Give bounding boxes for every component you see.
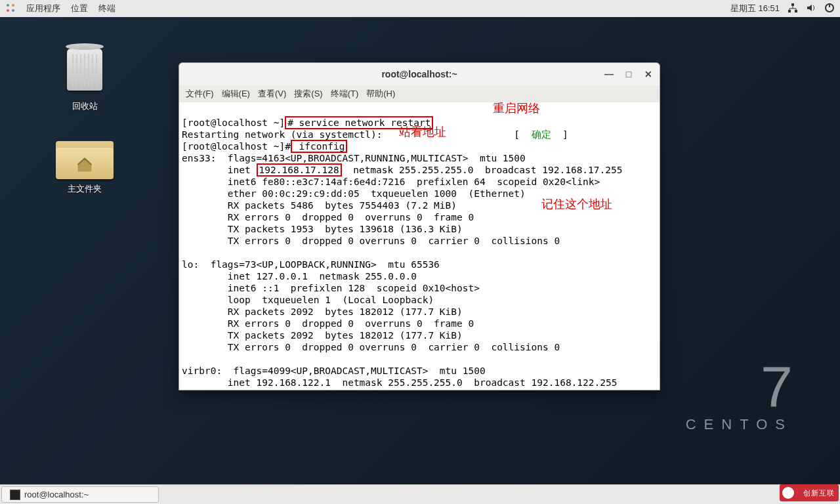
menu-edit[interactable]: 编辑(E)	[219, 87, 253, 101]
trash-label: 回收站	[72, 100, 98, 112]
output-text: loop txqueuelen 1 (Local Loopback)	[182, 295, 434, 305]
centos-brand: 7 CENTOS	[686, 358, 793, 433]
minimize-button[interactable]: —	[602, 67, 616, 81]
terminal-window: root@localhost:~ — □ ✕ 文件(F) 编辑(E) 查看(V)…	[178, 62, 660, 390]
cmd-ifconfig-box: ifconfig	[291, 140, 348, 153]
output-text: ether 00:0c:29:c9:dd:05 txqueuelen 1000 …	[182, 188, 526, 199]
annotation-restart: 重启网络	[493, 102, 540, 114]
output-text: inet	[182, 165, 257, 175]
desktop-icons: 回收站 主文件夹	[56, 43, 114, 195]
menu-places[interactable]: 位置	[71, 3, 88, 14]
svg-point-3	[12, 9, 14, 12]
home-glyph-icon	[75, 156, 94, 174]
output-text: netmask 255.255.255.0 broadcast 192.168.…	[342, 165, 623, 175]
taskbar: root@localhost:~	[0, 484, 840, 504]
home-folder-icon[interactable]: 主文件夹	[56, 135, 114, 195]
terminal-body[interactable]: [root@localhost ~]# service network rest…	[179, 102, 660, 390]
output-text: TX errors 0 dropped 0 overruns 0 carrier…	[182, 236, 560, 246]
volume-icon[interactable]	[806, 3, 816, 15]
svg-point-2	[7, 9, 9, 12]
taskbar-item-label: root@localhost:~	[24, 490, 89, 499]
terminal-task-icon	[10, 490, 20, 500]
svg-rect-4	[788, 10, 791, 12]
terminal-title: root@localhost:~	[381, 69, 457, 79]
output-text: ens33: flags=4163<UP,BROADCAST,RUNNING,M…	[182, 153, 526, 163]
clock[interactable]: 星期五 16:51	[730, 3, 780, 14]
annotation-viewaddr: 站看地址	[399, 126, 446, 138]
output-text: inet6 fe80::e3c7:14af:6e4d:7216 prefixle…	[182, 177, 600, 187]
menu-view[interactable]: 查看(V)	[255, 87, 289, 101]
svg-rect-6	[791, 3, 794, 6]
output-text: Restarting network (via systemctl):	[182, 129, 383, 140]
output-text: ether 52:54:00:f0:3d:6d txqueuelen 1000 …	[182, 389, 526, 390]
prompt-text: [root@localhost ~]	[182, 117, 285, 128]
output-text: inet 192.168.122.1 netmask 255.255.255.0…	[182, 377, 617, 388]
menu-file[interactable]: 文件(F)	[183, 87, 217, 101]
terminal-titlebar[interactable]: root@localhost:~ — □ ✕	[179, 63, 660, 85]
close-button[interactable]: ✕	[641, 67, 656, 81]
output-text: RX packets 5486 bytes 7554403 (7.2 MiB)	[182, 200, 457, 211]
output-text: virbr0: flags=4099<UP,BROADCAST,MULTICAS…	[182, 366, 486, 376]
prompt-text: [root@localhost ~]#	[182, 141, 291, 152]
output-text: RX packets 2092 bytes 182012 (177.7 KiB)	[182, 306, 463, 317]
annotation-remember: 记住这个地址	[541, 198, 612, 210]
output-text: TX errors 0 dropped 0 overruns 0 carrier…	[182, 342, 560, 352]
top-panel: 应用程序 位置 终端 星期五 16:51	[0, 0, 840, 17]
maximize-button[interactable]: □	[621, 67, 636, 81]
watermark-badge: 创新互联	[780, 484, 839, 501]
taskbar-item-terminal[interactable]: root@localhost:~	[1, 486, 159, 503]
output-text: inet6 ::1 prefixlen 128 scopeid 0x10<hos…	[182, 283, 480, 293]
menu-term[interactable]: 终端(T)	[328, 87, 362, 101]
output-text: lo: flags=73<UP,LOOPBACK,RUNNING> mtu 65…	[182, 259, 440, 270]
watermark-text: 创新互联	[803, 488, 835, 498]
output-text: TX packets 1953 bytes 139618 (136.3 KiB)	[182, 224, 463, 234]
output-text: inet 127.0.0.1 netmask 255.0.0.0	[182, 271, 417, 282]
ip-box: 192.168.17.128	[257, 163, 342, 177]
centos-name: CENTOS	[686, 416, 793, 433]
ok-text: 确定	[532, 129, 551, 140]
menu-help[interactable]: 帮助(H)	[364, 87, 398, 101]
terminal-menubar: 文件(F) 编辑(E) 查看(V) 搜索(S) 终端(T) 帮助(H)	[179, 85, 660, 102]
menu-apps[interactable]: 应用程序	[26, 3, 60, 14]
centos-version: 7	[686, 358, 793, 416]
svg-rect-5	[795, 10, 797, 12]
output-text: RX errors 0 dropped 0 overruns 0 frame 0	[182, 212, 474, 222]
activities-icon[interactable]	[5, 3, 16, 15]
trash-icon[interactable]: 回收站	[61, 43, 108, 112]
home-label: 主文件夹	[68, 183, 102, 195]
svg-point-0	[7, 4, 9, 7]
output-text: TX packets 2092 bytes 182012 (177.7 KiB)	[182, 330, 463, 341]
menu-search[interactable]: 搜索(S)	[291, 87, 325, 101]
network-icon[interactable]	[788, 3, 798, 15]
svg-point-1	[12, 4, 14, 7]
svg-rect-8	[829, 3, 830, 7]
menu-terminal[interactable]: 终端	[98, 3, 116, 14]
power-icon[interactable]	[824, 3, 835, 15]
output-text: RX errors 0 dropped 0 overruns 0 frame 0	[182, 318, 474, 329]
